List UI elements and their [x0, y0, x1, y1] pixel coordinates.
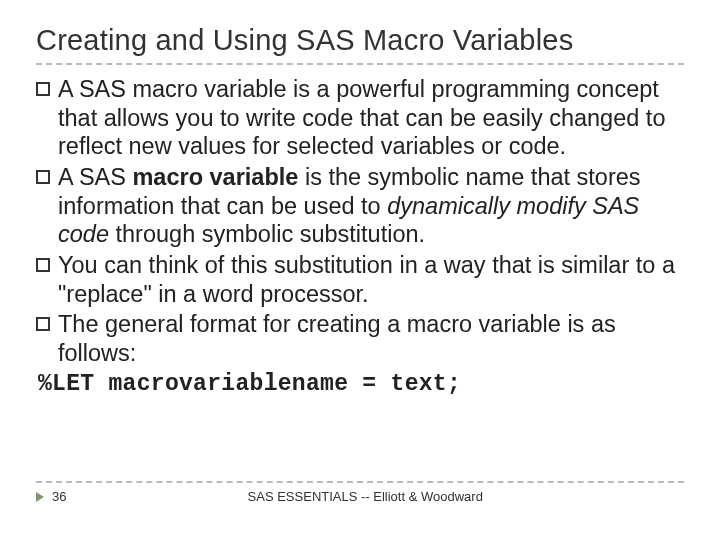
text-run: You can think of this substitution in a …: [58, 252, 675, 307]
square-bullet-icon: [36, 82, 50, 96]
slide: Creating and Using SAS Macro Variables A…: [0, 0, 720, 540]
text-bold: macro variable: [132, 164, 298, 190]
text-run: The general format for creating a macro …: [58, 311, 616, 366]
square-bullet-icon: [36, 258, 50, 272]
square-bullet-icon: [36, 317, 50, 331]
bullet-item: You can think of this substitution in a …: [36, 251, 684, 308]
footer-text: SAS ESSENTIALS -- Elliott & Woodward: [106, 489, 684, 504]
slide-title: Creating and Using SAS Macro Variables: [36, 24, 684, 65]
text-run: through symbolic substitution.: [109, 221, 425, 247]
play-triangle-icon: [36, 492, 44, 502]
code-line: %LET macrovariablename = text;: [38, 370, 684, 398]
slide-footer: 36 SAS ESSENTIALS -- Elliott & Woodward: [36, 481, 684, 504]
bullet-item: A SAS macro variable is a powerful progr…: [36, 75, 684, 161]
bullet-text: The general format for creating a macro …: [58, 310, 684, 367]
bullet-text: A SAS macro variable is the symbolic nam…: [58, 163, 684, 249]
page-number: 36: [52, 489, 66, 504]
bullet-text: A SAS macro variable is a powerful progr…: [58, 75, 684, 161]
bullet-item: The general format for creating a macro …: [36, 310, 684, 367]
square-bullet-icon: [36, 170, 50, 184]
bullet-text: You can think of this substitution in a …: [58, 251, 684, 308]
bullet-item: A SAS macro variable is the symbolic nam…: [36, 163, 684, 249]
text-run: A SAS macro variable is a powerful progr…: [58, 76, 665, 159]
text-run: A SAS: [58, 164, 132, 190]
slide-body: A SAS macro variable is a powerful progr…: [36, 75, 684, 398]
